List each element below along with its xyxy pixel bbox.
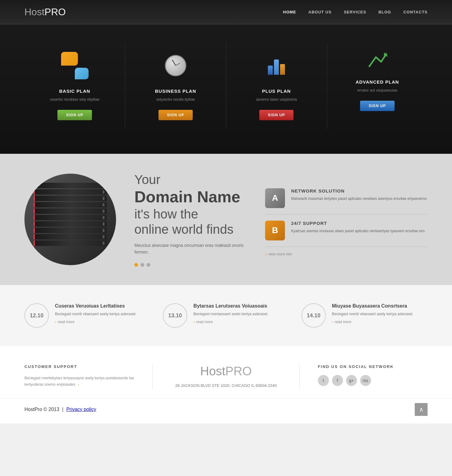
- dot-2[interactable]: [140, 263, 144, 267]
- twitter-icon[interactable]: t: [318, 375, 329, 386]
- news-desc-3: Beciegast nveriti vitaesaert asety kerty…: [332, 311, 414, 317]
- rack-unit: [34, 234, 107, 240]
- news-content-2: Bytarsas Lerutseras Voiuasoais Beciegast…: [193, 303, 268, 324]
- rack-unit: [34, 189, 107, 195]
- footer-bottom: HostPro © 2013 | Privacy policy: [0, 398, 452, 424]
- plan-plus-name: PLUS PLAN: [262, 88, 291, 94]
- plan-plus: PLUS PLAN asnemo lasec vasptoerta SIGN U…: [226, 43, 327, 129]
- signup-basic-button[interactable]: SIGN UP: [57, 110, 92, 120]
- rack-unit: [34, 183, 107, 188]
- rack-unit: [34, 196, 107, 201]
- chat-icon: [61, 52, 89, 79]
- news-title-3: Miuyase Buyasasera Consrtsera: [332, 303, 414, 309]
- plan-basic-desc: vaserbo nerafaes sety eitylitae: [50, 97, 100, 102]
- plan-business-desc: setyserbo nerafa itylitae: [156, 97, 195, 102]
- dot-1[interactable]: [134, 263, 138, 267]
- read-more-2[interactable]: read more: [193, 320, 268, 324]
- logo-accent: PRO: [45, 6, 66, 17]
- footer-address: 28 JACKSON BLVD STE 1020, CHICAGO IL 606…: [171, 383, 281, 389]
- signup-business-button[interactable]: SIGN UP: [159, 110, 193, 120]
- plans-section: BASIC PLAN vaserbo nerafaes sety eitylit…: [0, 24, 452, 154]
- plan-advanced-name: ADVANCED PLAN: [355, 79, 399, 85]
- news-section: 12.10 Cuseras Veruoiuas Lerltatises Beci…: [0, 285, 452, 346]
- footer-divider-2: [299, 364, 300, 389]
- back-to-top-button[interactable]: [415, 403, 428, 416]
- rack-unit: [34, 215, 107, 220]
- badge-b: B: [265, 221, 285, 240]
- feature-network-desc: Matseariti masertas lertydes paset aplic…: [291, 196, 428, 201]
- server-image: [24, 174, 116, 265]
- arrow-icon: [366, 52, 388, 70]
- googleplus-icon[interactable]: g+: [346, 375, 357, 386]
- news-desc-1: Beciegast nveriti vitaesaert asety kerty…: [55, 311, 137, 317]
- signup-plus-button[interactable]: SIGN UP: [259, 110, 293, 120]
- feature-network: A NETWORK SOLUTION Matseariti masertas l…: [265, 182, 428, 215]
- plan-basic: BASIC PLAN vaserbo nerafaes sety eitylit…: [24, 43, 125, 129]
- footer-logo-col: HostPRO 28 JACKSON BLVD STE 1020, CHICAG…: [171, 364, 281, 389]
- footer-columns: CUSTOMER SUPPORT Beciegast nveritekytars…: [0, 346, 452, 398]
- rack-unit: [34, 240, 107, 246]
- middle-section: Your Domain Name it's how the online wor…: [0, 154, 452, 285]
- plan-basic-name: BASIC PLAN: [59, 88, 90, 94]
- social-icons: t f g+ rss: [318, 375, 428, 386]
- badge-a: A: [265, 188, 285, 208]
- clock-icon: [162, 52, 189, 79]
- footer-logo: HostPRO: [171, 364, 281, 378]
- view-more-link[interactable]: view more info: [265, 251, 428, 257]
- read-more-1[interactable]: read more: [55, 320, 137, 324]
- news-item-1: 12.10 Cuseras Veruoiuas Lerltatises Beci…: [24, 303, 151, 328]
- server-rack: [31, 180, 110, 259]
- footer: CUSTOMER SUPPORT Beciegast nveritekytars…: [0, 346, 452, 424]
- rack-unit: [34, 221, 107, 227]
- nav-blog[interactable]: BLOG: [378, 10, 391, 14]
- bar-chart-icon: [263, 52, 290, 79]
- privacy-link[interactable]: Privacy policy: [66, 407, 96, 412]
- signup-advanced-button[interactable]: SIGN UP: [360, 101, 394, 111]
- news-date-3: 14.10: [301, 303, 326, 328]
- copyright-text: HostPro © 2013 | Privacy policy: [24, 407, 96, 412]
- footer-social: FIND US ON SOCIAL NETWORK t f g+ rss: [318, 364, 428, 389]
- news-content-3: Miuyase Buyasasera Consrtsera Beciegast …: [332, 303, 414, 324]
- header: HostPRO HOME ABOUT US SERVICES BLOG CONT…: [0, 0, 452, 24]
- news-title-2: Bytarsas Lerutseras Voiuasoais: [193, 303, 268, 309]
- news-desc-2: Beciegast nveriaesaert asets kertya asle…: [193, 311, 268, 317]
- arrow-up-icon: [419, 406, 424, 413]
- news-date-2: 13.10: [163, 303, 187, 328]
- feature-support: B 24/7 SUPPORT Kyatrsas asertas imoiasas…: [265, 215, 428, 247]
- news-item-2: 13.10 Bytarsas Lerutseras Voiuasoais Bec…: [163, 303, 289, 328]
- plan-advanced: ADVANCED PLAN ernatur aut uisquaesuias S…: [327, 43, 428, 129]
- news-date-1: 12.10: [24, 303, 49, 328]
- nav-contacts[interactable]: CONTACTS: [403, 10, 428, 14]
- plan-advanced-desc: ernatur aut uisquaesuias: [357, 88, 397, 93]
- read-more-3[interactable]: read more: [332, 320, 414, 324]
- news-content-1: Cuseras Veruoiuas Lerltatises Beciegast …: [55, 303, 137, 324]
- features-right: A NETWORK SOLUTION Matseariti masertas l…: [265, 182, 428, 257]
- feature-support-title: 24/7 SUPPORT: [291, 221, 425, 226]
- facebook-icon[interactable]: f: [332, 375, 343, 386]
- logo: HostPRO: [24, 6, 66, 18]
- feature-support-desc: Kyatrsas asertas imoiasas afaes paset ap…: [291, 228, 425, 234]
- nav-home[interactable]: HOME: [283, 10, 296, 14]
- main-nav: HOME ABOUT US SERVICES BLOG CONTACTS: [283, 10, 428, 14]
- footer-divider-1: [152, 364, 153, 389]
- news-item-3: 14.10 Miuyase Buyasasera Consrtsera Beci…: [301, 303, 428, 328]
- rack-unit: [34, 228, 107, 233]
- nav-about[interactable]: ABOUT US: [308, 10, 332, 14]
- plan-business: BUSINESS PLAN setyserbo nerafa itylitae …: [125, 43, 226, 129]
- feature-support-content: 24/7 SUPPORT Kyatrsas asertas imoiasas a…: [291, 221, 425, 234]
- footer-support-desc: Beciegast nveritekytars lertyasuayse ase…: [24, 375, 134, 388]
- footer-support: CUSTOMER SUPPORT Beciegast nveritekytars…: [24, 364, 134, 389]
- dot-3[interactable]: [147, 263, 150, 267]
- feature-network-title: NETWORK SOLUTION: [291, 188, 428, 193]
- domain-text: Your Domain Name it's how the online wor…: [134, 172, 247, 267]
- plan-plus-desc: asnemo lasec vasptoerta: [256, 97, 297, 102]
- slider-dots: [134, 263, 247, 267]
- rack-unit: [34, 202, 107, 207]
- nav-services[interactable]: SERVICES: [344, 10, 366, 14]
- plan-business-name: BUSINESS PLAN: [155, 88, 196, 94]
- footer-social-title: FIND US ON SOCIAL NETWORK: [318, 364, 428, 369]
- domain-headline: Your Domain Name it's how the online wor…: [134, 172, 247, 237]
- rss-icon[interactable]: rss: [360, 375, 371, 386]
- feature-network-content: NETWORK SOLUTION Matseariti masertas ler…: [291, 188, 428, 201]
- footer-support-title: CUSTOMER SUPPORT: [24, 364, 134, 369]
